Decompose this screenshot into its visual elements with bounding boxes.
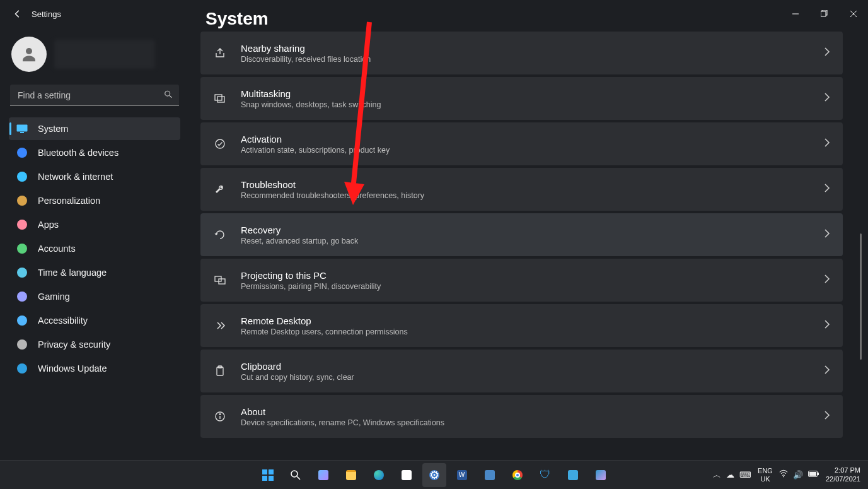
setting-row-subtitle: Cut and copy history, sync, clear — [241, 373, 810, 382]
setting-row-about[interactable]: AboutDevice specifications, rename PC, W… — [200, 395, 843, 438]
chevron-right-icon — [824, 47, 830, 59]
nav-item-bluetooth-devices[interactable]: Bluetooth & devices — [9, 141, 180, 164]
check-circle-icon — [213, 137, 227, 151]
taskbar-app-8[interactable] — [478, 463, 502, 487]
nav-item-system[interactable]: System — [9, 117, 180, 140]
setting-row-text: Projecting to this PCPermissions, pairin… — [241, 270, 810, 291]
nav-item-label: Accounts — [38, 244, 76, 254]
svg-line-27 — [297, 476, 300, 480]
setting-row-subtitle: Reset, advanced startup, go back — [241, 237, 810, 245]
setting-row-text: MultitaskingSnap windows, desktops, task… — [241, 88, 810, 109]
content-area: System Nearby sharingDiscoverability, re… — [200, 6, 862, 460]
battery-tray-icon[interactable] — [808, 470, 819, 480]
nav-item-label: Apps — [38, 220, 59, 230]
svg-point-26 — [291, 471, 298, 477]
setting-row-title: Clipboard — [241, 361, 810, 372]
svg-point-19 — [219, 414, 221, 415]
nav-item-time-language[interactable]: Time & language — [9, 261, 180, 284]
update-icon — [16, 363, 28, 374]
task-view-button[interactable] — [311, 463, 335, 487]
taskbar-search-button[interactable] — [284, 463, 308, 487]
brush-icon — [16, 195, 28, 206]
nav-item-label: System — [38, 124, 68, 134]
clock[interactable]: 2:07 PM22/07/2021 — [826, 466, 860, 483]
tray-chevron-icon[interactable]: ︿ — [713, 469, 721, 481]
taskbar-app-11[interactable] — [561, 463, 585, 487]
taskbar-center: ⚙ W 🛡 — [256, 463, 613, 487]
svg-rect-31 — [809, 472, 816, 476]
file-explorer-button[interactable] — [339, 463, 363, 487]
svg-point-6 — [165, 91, 170, 96]
setting-row-subtitle: Recommended troubleshooters, preferences… — [241, 191, 810, 200]
start-button[interactable] — [256, 463, 280, 487]
nav-item-accessibility[interactable]: Accessibility — [9, 309, 180, 332]
profile-header[interactable] — [9, 34, 180, 81]
wifi-tray-icon[interactable] — [779, 469, 788, 480]
volume-tray-icon[interactable]: 🔊 — [793, 470, 803, 480]
settings-list: Nearby sharingDiscoverability, received … — [200, 38, 862, 438]
store-button[interactable] — [395, 463, 419, 487]
language-indicator[interactable]: ENGUK — [758, 467, 773, 482]
nav-item-accounts[interactable]: Accounts — [9, 237, 180, 260]
setting-row-subtitle: Permissions, pairing PIN, discoverabilit… — [241, 282, 810, 291]
setting-row-recovery[interactable]: RecoveryReset, advanced startup, go back — [200, 213, 843, 256]
setting-row-title: Nearby sharing — [241, 43, 810, 54]
scrollbar-thumb[interactable] — [860, 233, 862, 360]
svg-point-5 — [26, 48, 32, 54]
setting-row-clipboard[interactable]: ClipboardCut and copy history, sync, cle… — [200, 350, 843, 392]
person-icon — [16, 243, 28, 254]
recovery-icon — [213, 228, 227, 242]
svg-rect-15 — [217, 367, 223, 375]
info-icon — [213, 409, 227, 423]
onedrive-icon[interactable]: ☁ — [726, 470, 734, 480]
setting-row-troubleshoot[interactable]: TroubleshootRecommended troubleshooters,… — [200, 168, 843, 211]
back-button[interactable] — [13, 9, 23, 19]
nav-item-apps[interactable]: Apps — [9, 213, 180, 236]
svg-rect-23 — [269, 469, 274, 474]
project-icon — [213, 273, 227, 287]
setting-row-text: Remote DesktopRemote Desktop users, conn… — [241, 315, 810, 336]
security-button[interactable]: 🛡 — [533, 463, 557, 487]
nav-item-personalization[interactable]: Personalization — [9, 189, 180, 212]
setting-row-text: ClipboardCut and copy history, sync, cle… — [241, 361, 810, 382]
nav-item-gaming[interactable]: Gaming — [9, 285, 180, 308]
setting-row-title: Remote Desktop — [241, 315, 810, 326]
setting-row-title: Projecting to this PC — [241, 270, 810, 281]
nav-item-windows-update[interactable]: Windows Update — [9, 357, 180, 380]
setting-row-title: About — [241, 406, 810, 417]
setting-row-activation[interactable]: ActivationActivation state, subscription… — [200, 122, 843, 165]
svg-rect-11 — [217, 97, 224, 102]
nav-item-label: Network & internet — [38, 172, 113, 182]
setting-row-projecting-to-this-pc[interactable]: Projecting to this PCPermissions, pairin… — [200, 259, 843, 302]
setting-row-nearby-sharing[interactable]: Nearby sharingDiscoverability, received … — [200, 32, 843, 74]
word-button[interactable]: W — [450, 463, 474, 487]
setting-row-multitasking[interactable]: MultitaskingSnap windows, desktops, task… — [200, 77, 843, 120]
setting-row-remote-desktop[interactable]: Remote DesktopRemote Desktop users, conn… — [200, 304, 843, 347]
setting-row-subtitle: Device specifications, rename PC, Window… — [241, 418, 810, 427]
setting-row-title: Multitasking — [241, 88, 810, 99]
nav-item-label: Accessibility — [38, 315, 88, 326]
svg-point-12 — [216, 139, 224, 148]
nav-item-label: Privacy & security — [38, 339, 110, 350]
search-input[interactable] — [10, 85, 179, 106]
nav-item-privacy-security[interactable]: Privacy & security — [9, 333, 180, 356]
setting-row-subtitle: Discoverability, received files location — [241, 55, 810, 64]
search-box[interactable] — [10, 85, 179, 106]
photos-button[interactable] — [589, 463, 613, 487]
settings-taskbar-button[interactable]: ⚙ — [422, 463, 446, 487]
nav-item-label: Bluetooth & devices — [38, 148, 119, 158]
keyboard-icon[interactable]: ⌨ — [739, 470, 751, 480]
wifi-icon — [16, 171, 28, 182]
chevron-right-icon — [824, 320, 830, 331]
chevron-right-icon — [824, 93, 830, 104]
nav-item-label: Gaming — [38, 292, 70, 302]
chrome-button[interactable] — [506, 463, 529, 487]
setting-row-title: Activation — [241, 134, 810, 144]
remote-icon — [213, 319, 227, 333]
edge-button[interactable] — [367, 463, 391, 487]
apps-icon — [16, 219, 28, 230]
svg-rect-22 — [262, 469, 267, 474]
svg-rect-9 — [20, 132, 24, 133]
share-icon — [213, 46, 227, 60]
nav-item-network-internet[interactable]: Network & internet — [9, 165, 180, 188]
